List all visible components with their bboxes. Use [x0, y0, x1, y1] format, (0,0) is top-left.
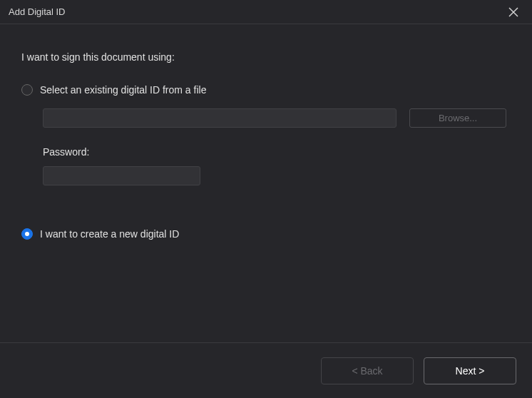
password-input[interactable] [43, 166, 200, 185]
close-icon [508, 7, 518, 17]
file-row: Browse... [43, 108, 511, 128]
dialog-body: I want to sign this document using: Sele… [0, 24, 532, 342]
browse-button[interactable]: Browse... [409, 108, 506, 128]
file-path-input[interactable] [43, 108, 397, 128]
footer: < Back Next > [0, 342, 532, 398]
radio-existing[interactable] [21, 84, 33, 96]
existing-section: Browse... Password: [21, 108, 511, 185]
close-button[interactable] [505, 4, 522, 21]
prompt-text: I want to sign this document using: [21, 51, 511, 63]
password-label: Password: [43, 146, 511, 158]
option-existing-label: Select an existing digital ID from a fil… [40, 84, 206, 96]
title-bar: Add Digital ID [0, 0, 532, 24]
option-create-label: I want to create a new digital ID [40, 228, 179, 240]
window-title: Add Digital ID [9, 6, 65, 17]
radio-create[interactable] [21, 228, 33, 240]
option-create-row[interactable]: I want to create a new digital ID [21, 228, 511, 240]
next-button[interactable]: Next > [424, 357, 516, 384]
option-existing-row[interactable]: Select an existing digital ID from a fil… [21, 84, 511, 96]
back-button[interactable]: < Back [321, 357, 414, 384]
